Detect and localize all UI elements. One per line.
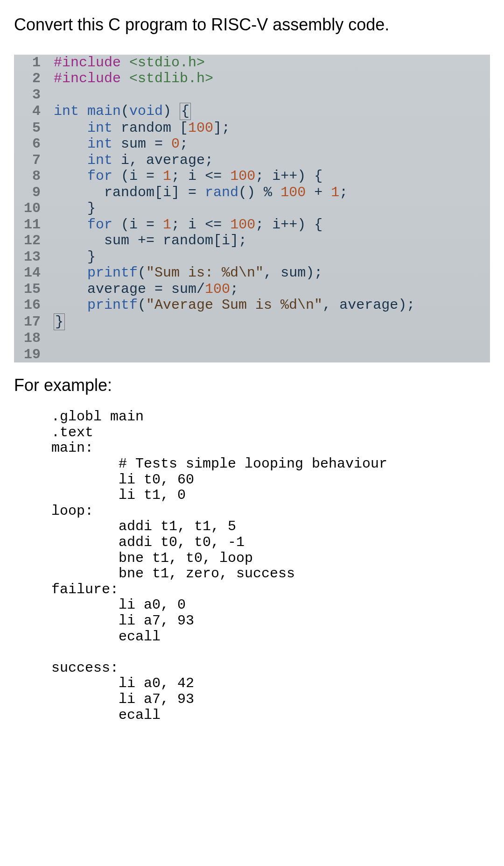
code-content: printf("Average Sum is %d\n", average); [54,297,490,313]
code-line: 13 } [14,249,490,265]
line-number: 19 [14,347,54,363]
asm-code-block: .globl main .text main: # Tests simple l… [14,409,490,723]
example-label: For example: [14,376,490,395]
line-number: 14 [14,265,54,281]
code-line: 9 random[i] = rand() % 100 + 1; [14,185,490,201]
code-content: int sum = 0; [54,136,490,152]
line-number: 2 [14,71,54,87]
line-number: 5 [14,120,54,136]
code-content: for (i = 1; i <= 100; i++) { [54,168,490,185]
prompt-text: Convert this C program to RISC-V assembl… [14,14,490,36]
line-number: 3 [14,87,54,103]
code-line: 15 average = sum/100; [14,281,490,298]
line-number: 15 [14,281,54,298]
code-content: #include <stdio.h> [54,55,490,71]
line-number: 1 [14,55,54,71]
line-number: 4 [14,103,54,120]
code-line: 1#include <stdio.h> [14,55,490,71]
code-line: 12 sum += random[i]; [14,233,490,249]
line-number: 11 [14,217,54,233]
line-number: 9 [14,185,54,201]
code-content: int random [100]; [54,120,490,136]
code-line: 18 [14,330,490,347]
code-content: sum += random[i]; [54,233,490,249]
code-line: 2#include <stdlib.h> [14,71,490,87]
line-number: 7 [14,152,54,169]
line-number: 6 [14,136,54,152]
code-line: 17} [14,313,490,331]
code-line: 11 for (i = 1; i <= 100; i++) { [14,217,490,233]
line-number: 10 [14,200,54,217]
line-number: 13 [14,249,54,265]
code-content: } [54,313,490,331]
code-content: random[i] = rand() % 100 + 1; [54,185,490,201]
code-content: average = sum/100; [54,281,490,298]
code-line: 4int main(void) { [14,103,490,120]
code-line: 7 int i, average; [14,152,490,169]
code-line: 14 printf("Sum is: %d\n", sum); [14,265,490,281]
line-number: 17 [14,314,54,330]
code-content: } [54,200,490,217]
code-line: 5 int random [100]; [14,120,490,136]
code-content: int main(void) { [54,103,490,120]
code-content: printf("Sum is: %d\n", sum); [54,265,490,281]
code-line: 10 } [14,200,490,217]
code-line: 6 int sum = 0; [14,136,490,152]
line-number: 16 [14,297,54,313]
code-line: 19 [14,347,490,363]
c-code-editor: 1#include <stdio.h>2#include <stdlib.h>3… [14,55,490,363]
code-content: for (i = 1; i <= 100; i++) { [54,217,490,233]
line-number: 8 [14,168,54,185]
line-number: 18 [14,330,54,347]
code-content: int i, average; [54,152,490,169]
line-number: 12 [14,233,54,249]
code-content: } [54,249,490,265]
code-line: 8 for (i = 1; i <= 100; i++) { [14,168,490,185]
code-line: 16 printf("Average Sum is %d\n", average… [14,297,490,313]
code-line: 3 [14,87,490,103]
code-content: #include <stdlib.h> [54,71,490,87]
